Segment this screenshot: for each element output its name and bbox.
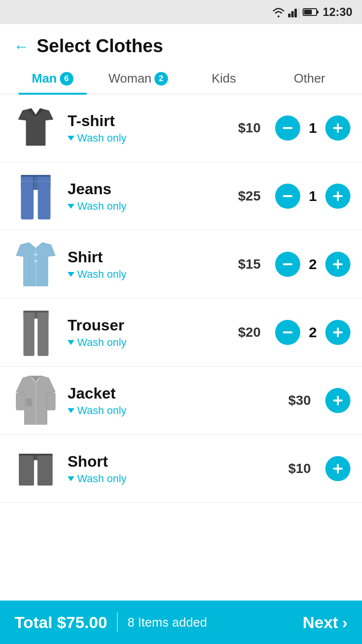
svg-marker-7 (18, 109, 53, 146)
item-info-short: Short Wash only (68, 453, 269, 485)
tab-woman-badge: 2 (154, 72, 168, 86)
items-added-label: 8 Items added (127, 615, 303, 630)
item-name-jeans: Jeans (68, 180, 219, 198)
item-price-trouser: $20 (227, 325, 261, 340)
service-label-jacket: Wash only (77, 404, 126, 417)
svg-rect-0 (288, 14, 291, 17)
service-label-short: Wash only (77, 472, 126, 485)
qty-control-jeans: 1 (275, 184, 350, 209)
item-service-trouser[interactable]: Wash only (68, 336, 219, 349)
tab-other[interactable]: Other (267, 64, 353, 94)
next-button[interactable]: Next › (303, 613, 348, 632)
item-service-jeans[interactable]: Wash only (68, 200, 219, 213)
item-service-short[interactable]: Wash only (68, 472, 269, 485)
item-info-jeans: Jeans Wash only (68, 180, 219, 213)
item-info-trouser: Trouser Wash only (68, 316, 219, 349)
item-service-tshirt[interactable]: Wash only (68, 132, 219, 144)
tab-kids[interactable]: Kids (181, 64, 267, 94)
decrease-button-trouser[interactable] (275, 320, 300, 345)
svg-rect-39 (26, 399, 32, 406)
service-dropdown-icon-short (68, 476, 74, 481)
bottom-bar: Total $75.00 8 Items added Next › (0, 601, 362, 644)
qty-control-tshirt: 1 (275, 115, 350, 141)
qty-control-trouser: 2 (275, 320, 350, 345)
qty-control-shirt: 2 (275, 252, 350, 277)
service-dropdown-icon-jacket (68, 408, 74, 413)
svg-rect-30 (37, 311, 48, 356)
item-price-jacket: $30 (277, 393, 311, 408)
svg-rect-34 (337, 328, 339, 337)
item-image-jeans (12, 172, 60, 220)
wifi-icon (272, 7, 285, 17)
item-name-trouser: Trouser (68, 316, 219, 334)
item-row-short: Short Wash only $10 (0, 435, 362, 503)
svg-rect-9 (283, 127, 292, 129)
decrease-button-jeans[interactable] (275, 184, 300, 209)
battery-icon (303, 8, 319, 16)
item-row-trouser: Trouser Wash only $20 2 (0, 299, 362, 367)
service-dropdown-icon-tshirt (68, 136, 74, 141)
qty-value-shirt: 2 (307, 256, 319, 272)
bottom-divider (117, 613, 118, 632)
next-arrow-icon: › (342, 613, 348, 632)
svg-rect-43 (19, 454, 34, 486)
item-image-shirt (12, 240, 60, 288)
item-name-jacket: Jacket (68, 385, 269, 402)
increase-button-jeans[interactable] (325, 184, 350, 209)
svg-rect-14 (38, 175, 50, 219)
svg-rect-24 (34, 260, 37, 262)
item-name-shirt: Shirt (68, 248, 219, 266)
increase-button-short[interactable] (325, 456, 350, 481)
item-image-jacket (12, 376, 60, 425)
back-button[interactable]: ← (14, 39, 29, 54)
item-info-tshirt: T-shirt Wash only (68, 112, 219, 144)
tab-woman[interactable]: Woman 2 (96, 64, 181, 94)
status-icons (272, 7, 319, 17)
item-image-tshirt (12, 104, 60, 152)
svg-rect-29 (23, 311, 34, 356)
service-label-shirt: Wash only (77, 268, 126, 281)
page-title: Select Clothes (37, 36, 163, 57)
tab-man-badge: 6 (60, 72, 73, 86)
qty-value-tshirt: 1 (307, 120, 319, 136)
svg-rect-38 (47, 393, 55, 410)
item-price-tshirt: $10 (227, 120, 261, 136)
svg-rect-31 (23, 311, 48, 312)
increase-button-jacket[interactable] (325, 388, 350, 413)
tab-man-label: Man (32, 71, 57, 86)
increase-button-tshirt[interactable] (325, 115, 350, 141)
tab-man[interactable]: Man 6 (10, 64, 96, 94)
item-service-jacket[interactable]: Wash only (68, 404, 269, 417)
status-bar: 12:30 (0, 0, 362, 24)
decrease-button-tshirt[interactable] (275, 115, 300, 141)
svg-rect-20 (337, 191, 339, 201)
service-dropdown-icon-shirt (68, 272, 74, 277)
header: ← Select Clothes (0, 24, 362, 64)
svg-rect-13 (21, 175, 33, 219)
svg-rect-6 (304, 10, 312, 14)
item-image-short (12, 444, 60, 493)
svg-rect-25 (283, 263, 292, 265)
signal-icon (288, 7, 300, 17)
item-price-short: $10 (277, 461, 311, 476)
item-service-shirt[interactable]: Wash only (68, 268, 219, 281)
increase-button-shirt[interactable] (325, 252, 350, 277)
qty-value-jeans: 1 (307, 188, 319, 204)
svg-rect-27 (337, 259, 339, 269)
tab-other-label: Other (294, 71, 325, 86)
item-name-tshirt: T-shirt (68, 112, 219, 130)
service-dropdown-icon-trouser (68, 340, 74, 345)
decrease-button-shirt[interactable] (275, 252, 300, 277)
item-row-tshirt: T-shirt Wash only $10 1 (0, 94, 362, 162)
tab-bar: Man 6 Woman 2 Kids Other (0, 64, 362, 94)
qty-value-trouser: 2 (307, 324, 319, 341)
increase-button-trouser[interactable] (325, 320, 350, 345)
item-image-trouser (12, 308, 60, 357)
svg-rect-11 (337, 123, 339, 133)
svg-rect-32 (283, 331, 292, 333)
item-row-shirt: Shirt Wash only $15 2 (0, 230, 362, 299)
item-price-jeans: $25 (227, 188, 261, 204)
svg-rect-1 (291, 11, 293, 17)
item-info-jacket: Jacket Wash only (68, 385, 269, 417)
service-dropdown-icon-jeans (68, 204, 74, 209)
